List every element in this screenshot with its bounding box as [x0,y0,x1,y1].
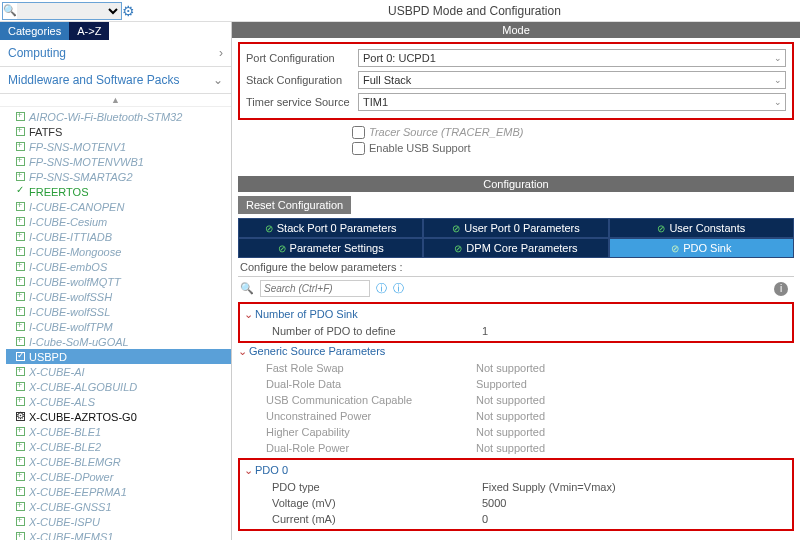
search-icon: 🔍 [240,282,254,295]
param-row[interactable]: Higher CapabilityNot supported [238,424,794,440]
param-value[interactable]: 1 [482,325,488,337]
expand-icon[interactable] [16,517,25,526]
config-tab[interactable]: ⊘PDO Sink [609,238,794,258]
tree-item[interactable]: I-CUBE-wolfMQTT [6,274,231,289]
group-pdo-sink[interactable]: ⌄Number of PDO Sink [244,308,788,321]
param-row[interactable]: Current (mA)0 [244,511,788,527]
expand-icon[interactable] [16,247,25,256]
expand-icon[interactable] [16,442,25,451]
tree-item[interactable]: I-CUBE-Mongoose [6,244,231,259]
param-row[interactable]: Fast Role SwapNot supported [238,360,794,376]
tree-item[interactable]: X-CUBE-BLE2 [6,439,231,454]
tree-item[interactable]: X-CUBE-GNSS1 [6,499,231,514]
global-search[interactable]: 🔍 [2,2,122,20]
param-search-input[interactable] [260,280,370,297]
config-tab[interactable]: ⊘User Port 0 Parameters [423,218,608,238]
expand-icon[interactable] [16,172,25,181]
expand-icon[interactable] [16,367,25,376]
tree-item[interactable]: X-CUBE-MEMS1 [6,529,231,540]
reset-configuration-button[interactable]: Reset Configuration [238,196,351,214]
tree-item[interactable]: I-CUBE-embOS [6,259,231,274]
chevron-down-icon: ⌄ [213,73,223,87]
tree-item[interactable]: X-CUBE-ALS [6,394,231,409]
expand-icon[interactable] [16,187,25,196]
group-generic-source[interactable]: ⌄Generic Source Parameters [238,345,794,358]
expand-icon[interactable] [16,277,25,286]
config-tab[interactable]: ⊘Stack Port 0 Parameters [238,218,423,238]
expand-icon[interactable] [16,487,25,496]
expand-icon[interactable] [16,202,25,211]
config-tab[interactable]: ⊘Parameter Settings [238,238,423,258]
expand-icon[interactable] [16,292,25,301]
port-config-select[interactable]: Port 0: UCPD1⌄ [358,49,786,67]
config-tab[interactable]: ⊘User Constants [609,218,794,238]
tree-item[interactable]: X-CUBE-BLEMGR [6,454,231,469]
tree-item[interactable]: FP-SNS-SMARTAG2 [6,169,231,184]
param-name: Dual-Role Power [266,442,476,454]
tree-item[interactable]: X-CUBE-ISPU [6,514,231,529]
expand-icon[interactable] [16,142,25,151]
tree-item[interactable]: X-CUBE-DPower [6,469,231,484]
param-row[interactable]: PDO typeFixed Supply (Vmin=Vmax) [244,479,788,495]
tree-item[interactable]: I-CUBE-Cesium [6,214,231,229]
expand-icon[interactable] [16,472,25,481]
expand-icon[interactable] [16,262,25,271]
tree-item[interactable]: X-CUBE-ALGOBUILD [6,379,231,394]
expand-icon[interactable] [16,157,25,166]
timer-source-select[interactable]: TIM1⌄ [358,93,786,111]
stack-config-select[interactable]: Full Stack⌄ [358,71,786,89]
expand-icon[interactable] [16,112,25,121]
tree-label: X-CUBE-EEPRMA1 [29,486,127,498]
expand-icon[interactable] [16,382,25,391]
search-select[interactable] [17,3,121,19]
param-row[interactable]: Voltage (mV)5000 [244,495,788,511]
tree-item[interactable]: FP-SNS-MOTENVWB1 [6,154,231,169]
config-tab[interactable]: ⊘DPM Core Parameters [423,238,608,258]
param-row[interactable]: Unconstrained PowerNot supported [238,408,794,424]
expand-icon[interactable] [16,412,25,421]
tree-item[interactable]: AIROC-Wi-Fi-Bluetooth-STM32 [6,109,231,124]
expand-icon[interactable] [16,127,25,136]
tree-item[interactable]: I-Cube-SoM-uGOAL [6,334,231,349]
param-row[interactable]: Dual-Role PowerNot supported [238,440,794,456]
circle-info-icon[interactable]: ⓘ [376,281,387,296]
tab-az[interactable]: A->Z [69,22,109,40]
info-icon[interactable]: i [774,282,788,296]
enable-usb-check[interactable]: Enable USB Support [352,140,794,156]
expand-icon[interactable] [16,232,25,241]
expand-icon[interactable] [16,307,25,316]
expand-icon[interactable] [16,457,25,466]
tree-item[interactable]: I-CUBE-wolfSSL [6,304,231,319]
expand-icon[interactable] [16,352,25,361]
tree-item[interactable]: FREERTOS [6,184,231,199]
expand-icon[interactable] [16,397,25,406]
gear-icon[interactable]: ⚙ [122,3,135,19]
expand-icon[interactable] [16,502,25,511]
tree-item[interactable]: I-CUBE-wolfSSH [6,289,231,304]
tab-categories[interactable]: Categories [0,22,69,40]
tree-item[interactable]: USBPD [6,349,231,364]
param-row[interactable]: USB Communication CapableNot supported [238,392,794,408]
tree-item[interactable]: X-CUBE-AZRTOS-G0 [6,409,231,424]
section-middleware[interactable]: Middleware and Software Packs ⌄ [0,67,231,94]
expand-icon[interactable] [16,532,25,540]
tree-item[interactable]: X-CUBE-AI [6,364,231,379]
expand-icon[interactable] [16,217,25,226]
tree-item[interactable]: I-CUBE-CANOPEN [6,199,231,214]
tree-item[interactable]: X-CUBE-EEPRMA1 [6,484,231,499]
tree-item[interactable]: I-CUBE-wolfTPM [6,319,231,334]
tree-item[interactable]: FATFS [6,124,231,139]
expand-icon[interactable] [16,322,25,331]
tracer-source-check[interactable]: Tracer Source (TRACER_EMB) [352,124,794,140]
circle-info-icon[interactable]: ⓘ [393,281,404,296]
tree-item[interactable]: I-CUBE-ITTIADB [6,229,231,244]
section-computing[interactable]: Computing › [0,40,231,67]
expand-icon[interactable] [16,337,25,346]
expand-icon[interactable] [16,427,25,436]
tree-item[interactable]: X-CUBE-BLE1 [6,424,231,439]
param-row[interactable]: Dual-Role DataSupported [238,376,794,392]
group-pdo0[interactable]: ⌄PDO 0 [244,464,788,477]
scroll-up-icon[interactable]: ▲ [0,94,231,107]
component-tree[interactable]: AIROC-Wi-Fi-Bluetooth-STM32FATFSFP-SNS-M… [0,107,231,540]
tree-item[interactable]: FP-SNS-MOTENV1 [6,139,231,154]
